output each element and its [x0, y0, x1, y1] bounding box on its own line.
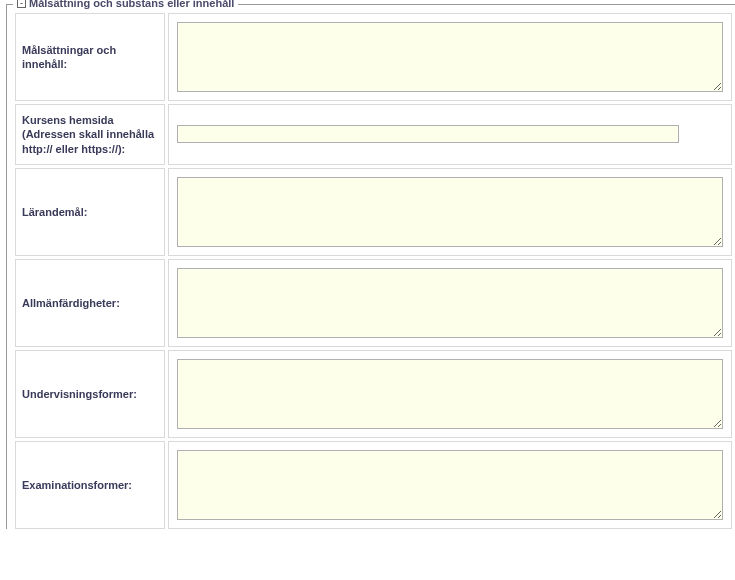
exam-forms-textarea[interactable] — [177, 450, 723, 520]
fieldset-legend: - Målsättning och substans eller innehål… — [13, 0, 238, 9]
teaching-forms-textarea[interactable] — [177, 359, 723, 429]
label-homepage: Kursens hemsida (Adressen skall innehåll… — [15, 104, 165, 165]
form-row-general-skills: Allmänfärdigheter: — [15, 259, 735, 347]
form-row-teaching-forms: Undervisningsformer: — [15, 350, 735, 438]
learning-textarea[interactable] — [177, 177, 723, 247]
goals-textarea[interactable] — [177, 22, 723, 92]
input-cell-exam-forms — [168, 441, 732, 529]
input-cell-teaching-forms — [168, 350, 732, 438]
input-cell-general-skills — [168, 259, 732, 347]
goals-substance-fieldset: - Målsättning och substans eller innehål… — [6, 4, 735, 529]
label-goals: Målsättningar och innehåll: — [15, 13, 165, 101]
homepage-input[interactable] — [177, 125, 679, 143]
general-skills-textarea[interactable] — [177, 268, 723, 338]
input-cell-goals — [168, 13, 732, 101]
input-cell-homepage — [168, 104, 732, 165]
form-row-learning: Lärandemål: — [15, 168, 735, 256]
fieldset-title: Målsättning och substans eller innehåll — [29, 0, 234, 9]
form-row-homepage: Kursens hemsida (Adressen skall innehåll… — [15, 104, 735, 165]
collapse-toggle-icon[interactable]: - — [17, 0, 26, 8]
input-cell-learning — [168, 168, 732, 256]
label-general-skills: Allmänfärdigheter: — [15, 259, 165, 347]
label-teaching-forms: Undervisningsformer: — [15, 350, 165, 438]
form-row-goals: Målsättningar och innehåll: — [15, 13, 735, 101]
label-learning: Lärandemål: — [15, 168, 165, 256]
label-exam-forms: Examinationsformer: — [15, 441, 165, 529]
form-row-exam-forms: Examinationsformer: — [15, 441, 735, 529]
